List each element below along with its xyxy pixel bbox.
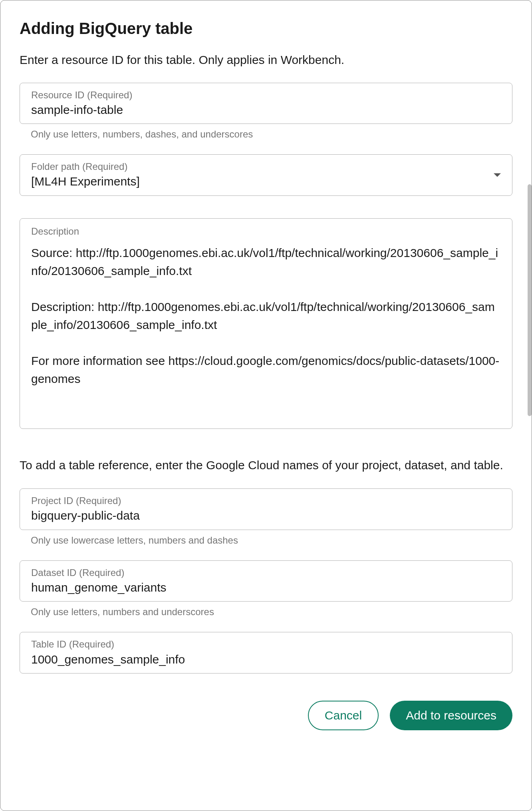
dataset-id-label: Dataset ID (Required) <box>31 566 501 579</box>
description-label: Description <box>31 225 501 237</box>
folder-path-label: Folder path (Required) <box>31 160 488 173</box>
project-id-helper: Only use lowercase letters, numbers and … <box>20 535 512 546</box>
description-textarea[interactable]: Source: http://ftp.1000genomes.ebi.ac.uk… <box>31 244 501 420</box>
cancel-button[interactable]: Cancel <box>308 701 379 730</box>
add-bigquery-table-dialog: Adding BigQuery table Enter a resource I… <box>0 0 532 811</box>
resource-id-helper: Only use letters, numbers, dashes, and u… <box>20 129 512 140</box>
table-id-input-wrapper[interactable]: Table ID (Required) <box>20 632 512 674</box>
folder-path-select[interactable]: Folder path (Required) [ML4H Experiments… <box>20 154 512 196</box>
dataset-id-helper: Only use letters, numbers and underscore… <box>20 606 512 618</box>
resource-id-input-wrapper[interactable]: Resource ID (Required) <box>20 83 512 124</box>
dataset-id-input-wrapper[interactable]: Dataset ID (Required) <box>20 560 512 602</box>
dataset-id-field-group: Dataset ID (Required) Only use letters, … <box>20 560 512 618</box>
dialog-title: Adding BigQuery table <box>20 20 512 38</box>
table-id-input[interactable] <box>31 652 501 668</box>
description-field-group: Description Source: http://ftp.1000genom… <box>20 218 512 429</box>
dataset-id-input[interactable] <box>31 580 501 596</box>
resource-id-label: Resource ID (Required) <box>31 89 501 101</box>
table-reference-note: To add a table reference, enter the Goog… <box>20 456 512 474</box>
resource-id-field-group: Resource ID (Required) Only use letters,… <box>20 83 512 140</box>
project-id-input-wrapper[interactable]: Project ID (Required) <box>20 488 512 530</box>
description-textarea-wrapper[interactable]: Description Source: http://ftp.1000genom… <box>20 218 512 429</box>
table-id-label: Table ID (Required) <box>31 638 501 650</box>
dialog-button-row: Cancel Add to resources <box>20 701 512 730</box>
resource-id-input[interactable] <box>31 102 501 118</box>
project-id-field-group: Project ID (Required) Only use lowercase… <box>20 488 512 546</box>
add-to-resources-button[interactable]: Add to resources <box>390 701 512 730</box>
project-id-input[interactable] <box>31 508 501 524</box>
folder-path-field-group: Folder path (Required) [ML4H Experiments… <box>20 154 512 196</box>
scrollbar[interactable] <box>528 184 532 416</box>
dialog-subtitle: Enter a resource ID for this table. Only… <box>20 52 512 68</box>
table-id-field-group: Table ID (Required) <box>20 632 512 674</box>
project-id-label: Project ID (Required) <box>31 494 501 507</box>
folder-path-value: [ML4H Experiments] <box>31 173 488 190</box>
chevron-down-icon <box>494 173 501 177</box>
